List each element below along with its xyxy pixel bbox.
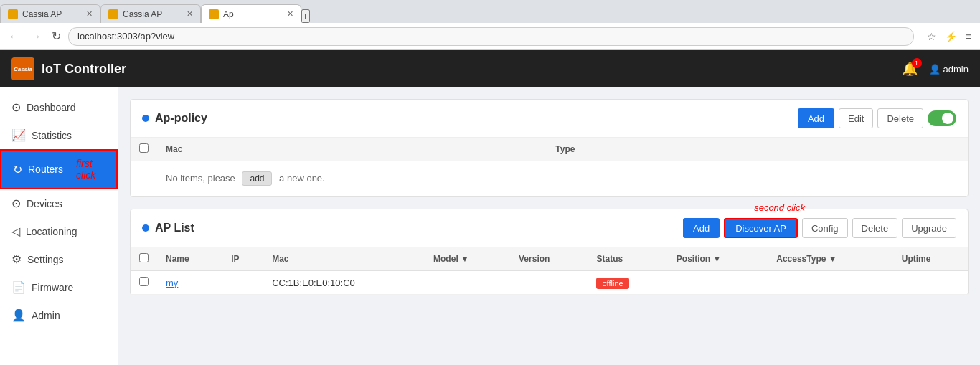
ap-list-discover-button[interactable]: Discover AP [724,218,798,238]
back-button[interactable]: ← [6,29,23,44]
tab-close-3[interactable]: ✕ [287,9,293,19]
discover-ap-wrapper: second click Discover AP [724,218,798,238]
sidebar-item-devices[interactable]: ⊙ Devices [0,189,118,217]
logo-text: Cassia [14,66,32,72]
tab-favicon-1 [8,9,18,19]
sidebar-label-settings: Settings [27,254,64,265]
ap-policy-inline-add-button[interactable]: add [242,171,272,186]
ap-policy-tbody: No items, please add a new one. [131,161,968,196]
sidebar-item-firmware[interactable]: 📄 Firmware [0,273,118,301]
app-header: Cassia IoT Controller 🔔 1 👤 admin [0,50,980,87]
sidebar-item-locationing[interactable]: ◁ Locationing [0,217,118,245]
ap-list-col-status: Status [588,247,667,271]
sidebar-item-routers[interactable]: ↻ Routers first click [0,149,118,189]
sidebar-label-locationing: Locationing [26,226,77,237]
ap-list-col-version: Version [510,247,588,271]
app-title: IoT Controller [42,62,126,77]
ap-list-section: AP List Add second click Discover AP Con… [130,209,969,295]
ap-policy-toggle[interactable] [928,110,956,126]
row-check [131,271,157,295]
browser-tab-2[interactable]: Cassia AP ✕ [100,4,201,23]
sidebar-label-routers: Routers [28,163,63,175]
tab-close-1[interactable]: ✕ [86,9,93,19]
sidebar-label-devices: Devices [27,198,62,209]
bell-icon[interactable]: 🔔 1 [902,61,918,77]
ap-policy-edit-button[interactable]: Edit [839,108,873,128]
ap-policy-col-check [131,138,157,161]
ap-policy-actions: Add Edit Delete [798,108,956,128]
extensions-icon[interactable]: ⚡ [942,29,960,44]
user-menu[interactable]: 👤 admin [929,64,969,75]
ap-policy-no-items-text: No items, please add a new one. [157,161,968,196]
browser-tabs-bar: Cassia AP ✕ Cassia AP ✕ Ap ✕ + [0,0,980,23]
ap-list-select-all[interactable] [139,253,149,262]
sidebar-label-admin: Admin [32,310,60,321]
ap-policy-delete-button[interactable]: Delete [877,108,923,128]
row-uptime [893,271,968,295]
ap-list-thead: Name IP Mac Model ▼ Version Status Posit… [131,247,968,271]
main-content: Ap-policy Add Edit Delete [118,87,980,365]
tab-title-1: Cassia AP [22,9,82,19]
ap-policy-table: Mac Type No items, please add a new one. [131,138,968,196]
address-input[interactable] [68,27,914,46]
dashboard-icon: ⊙ [11,100,21,114]
row-mac: CC:1B:E0:E0:10:C0 [263,271,425,295]
tab-favicon-3 [209,9,219,19]
ap-list-col-model: Model ▼ [425,247,510,271]
ap-list-delete-button[interactable]: Delete [852,218,898,238]
sidebar: ⊙ Dashboard 📈 Statistics ↻ Routers first… [0,87,118,365]
ap-policy-add-button[interactable]: Add [798,108,834,128]
ap-list-col-access-type: AccessType ▼ [768,247,893,271]
row-checkbox[interactable] [139,277,149,286]
forward-button[interactable]: → [27,29,44,44]
refresh-button[interactable]: ↻ [49,28,64,44]
routers-icon: ↻ [13,163,22,176]
firmware-icon: 📄 [11,280,26,294]
ap-list-upgrade-button[interactable]: Upgrade [902,218,956,238]
ap-policy-section: Ap-policy Add Edit Delete [130,99,969,197]
ap-list-add-button[interactable]: Add [683,218,720,238]
ap-list-table-wrapper: Name IP Mac Model ▼ Version Status Posit… [131,247,968,295]
sidebar-item-statistics[interactable]: 📈 Statistics [0,121,118,149]
status-badge: offline [596,278,628,289]
ap-list-col-name: Name [157,247,222,271]
row-position [668,271,768,295]
ap-policy-header-row: Mac Type [131,138,968,161]
locationing-icon: ◁ [11,224,20,238]
ap-policy-table-wrapper: Mac Type No items, please add a new one. [131,138,968,196]
row-ip [222,271,263,295]
ap-list-col-position: Position ▼ [668,247,768,271]
ap-list-header: AP List Add second click Discover AP Con… [131,209,968,247]
statistics-icon: 📈 [11,128,26,142]
row-name-link[interactable]: my [166,278,178,288]
browser-tab-1[interactable]: Cassia AP ✕ [0,4,100,23]
ap-policy-select-all[interactable] [139,143,149,153]
ap-list-col-check [131,247,157,271]
app-wrapper: Cassia IoT Controller 🔔 1 👤 admin ⊙ Dash… [0,50,980,365]
bookmark-icon[interactable]: ☆ [924,29,939,44]
menu-icon[interactable]: ≡ [963,29,974,44]
second-click-annotation: second click [754,202,805,213]
sidebar-item-dashboard[interactable]: ⊙ Dashboard [0,93,118,121]
browser-chrome: Cassia AP ✕ Cassia AP ✕ Ap ✕ + ← → ↻ ☆ ⚡… [0,0,980,50]
toggle-slider [928,110,956,126]
tab-title-2: Cassia AP [123,9,182,19]
sidebar-label-firmware: Firmware [32,282,73,293]
table-row: my CC:1B:E0:E0:10:C0 offline [131,271,968,295]
tab-favicon-2 [108,9,118,19]
app-header-right: 🔔 1 👤 admin [902,61,969,77]
ap-list-title: AP List [155,222,677,234]
ap-list-col-ip: IP [222,247,263,271]
sidebar-item-settings[interactable]: ⚙ Settings [0,245,118,273]
new-tab-button[interactable]: + [301,9,310,23]
ap-list-header-row: Name IP Mac Model ▼ Version Status Posit… [131,247,968,271]
sidebar-item-admin[interactable]: 👤 Admin [0,301,118,329]
row-access-type [768,271,893,295]
ap-list-tbody: my CC:1B:E0:E0:10:C0 offline [131,271,968,295]
first-click-annotation: first click [76,158,105,181]
ap-policy-col-type: Type [547,138,968,161]
tab-close-2[interactable]: ✕ [187,9,193,19]
browser-tab-3[interactable]: Ap ✕ [201,4,301,23]
ap-list-config-button[interactable]: Config [802,218,848,238]
ap-policy-col-mac: Mac [157,138,547,161]
